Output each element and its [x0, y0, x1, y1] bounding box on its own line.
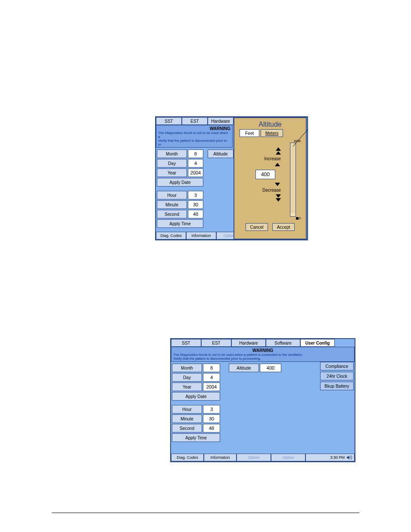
- callout-line: [293, 129, 310, 146]
- bottom-information[interactable]: Information: [186, 232, 216, 240]
- value-year[interactable]: 2004: [188, 168, 203, 177]
- bottom-information[interactable]: Information: [204, 454, 237, 461]
- tab-hardware[interactable]: Hardware: [208, 117, 234, 125]
- label-day: Day: [157, 159, 187, 168]
- value-month[interactable]: 8: [188, 149, 203, 158]
- label-year: Year: [172, 383, 202, 391]
- speaker-icon[interactable]: [346, 455, 352, 460]
- warning-line2: Verify that the patient is disconnected …: [158, 139, 230, 146]
- bottom-option-2: Option: [271, 454, 305, 461]
- label-day: Day: [172, 373, 202, 382]
- up-arrow[interactable]: [275, 163, 280, 166]
- double-up-arrow[interactable]: [276, 147, 281, 155]
- warning-title: WARNING: [173, 348, 352, 353]
- accept-button[interactable]: Accept: [272, 223, 295, 231]
- compliance-button[interactable]: Compliance: [320, 362, 354, 370]
- altitude-gauge[interactable]: [290, 143, 296, 217]
- altitude-value[interactable]: 400: [255, 170, 275, 179]
- label-minute: Minute: [172, 414, 202, 423]
- down-arrow[interactable]: [275, 183, 280, 186]
- apply-date-button[interactable]: Apply Date: [157, 178, 203, 187]
- 24hr-clock-button[interactable]: 24hr Clock: [320, 372, 354, 380]
- warning-line2: Verify that the patient is disconnected …: [173, 357, 352, 361]
- value-day[interactable]: 4: [188, 159, 203, 168]
- unit-feet-button[interactable]: Feet: [240, 129, 259, 137]
- unit-meters-button[interactable]: Meters: [261, 129, 283, 137]
- label-hour: Hour: [172, 405, 202, 414]
- clock-time: 3:30 PM: [330, 455, 345, 460]
- warning-title: WARNING: [158, 126, 230, 131]
- tab-est[interactable]: EST: [182, 117, 208, 125]
- value-day[interactable]: 4: [203, 373, 220, 382]
- value-year[interactable]: 2004: [203, 383, 220, 391]
- label-altitude[interactable]: Altitude: [208, 149, 234, 158]
- bottom-clock: 3:30 PM: [305, 454, 355, 461]
- bottom-diag-codes[interactable]: Diag. Codes: [171, 454, 204, 461]
- value-hour[interactable]: 3: [203, 405, 220, 414]
- backup-battery-button[interactable]: Bkup Battery: [320, 382, 354, 390]
- apply-time-button[interactable]: Apply Time: [172, 433, 220, 442]
- apply-date-button[interactable]: Apply Date: [172, 392, 220, 401]
- tab-est[interactable]: EST: [201, 339, 231, 347]
- svg-line-0: [293, 129, 308, 146]
- cancel-button[interactable]: Cancel: [246, 223, 268, 231]
- tab-user-config[interactable]: User Config: [300, 339, 335, 347]
- apply-time-button[interactable]: Apply Time: [157, 219, 203, 228]
- value-minute[interactable]: 30: [203, 414, 220, 423]
- value-altitude[interactable]: 400: [260, 364, 281, 372]
- tab-sst[interactable]: SST: [171, 339, 201, 347]
- bottom-option-1: Option: [237, 454, 271, 461]
- label-second: Second: [157, 210, 187, 218]
- label-month: Month: [157, 149, 187, 158]
- value-second[interactable]: 48: [188, 210, 203, 218]
- tab-sst[interactable]: SST: [156, 117, 182, 125]
- altitude-title: Altitude: [237, 121, 303, 128]
- decrease-label: Decrease: [262, 188, 281, 193]
- footer-rule: [52, 513, 359, 513]
- tab-hardware[interactable]: Hardware: [231, 339, 266, 347]
- warning-line1: The Diagnostics Mode is not to be used w…: [158, 131, 230, 139]
- double-down-arrow[interactable]: [276, 194, 281, 202]
- gauge-min: 0: [299, 217, 301, 220]
- value-second[interactable]: 48: [203, 424, 220, 432]
- bottom-diag-codes[interactable]: Diag. Codes: [156, 232, 186, 240]
- label-month: Month: [172, 364, 202, 372]
- value-month[interactable]: 8: [203, 364, 220, 372]
- warning-line1: The Diagnostics Mode is not to be used w…: [173, 353, 352, 357]
- label-year: Year: [157, 168, 187, 177]
- label-hour: Hour: [157, 191, 187, 199]
- label-altitude[interactable]: Altitude: [229, 364, 259, 372]
- label-second: Second: [172, 424, 202, 432]
- gauge-marker-icon: [296, 217, 299, 220]
- label-minute: Minute: [157, 200, 187, 209]
- increase-label: Increase: [265, 156, 281, 161]
- value-hour[interactable]: 3: [188, 191, 203, 199]
- tab-software[interactable]: Software: [266, 339, 300, 347]
- value-minute[interactable]: 30: [188, 200, 203, 209]
